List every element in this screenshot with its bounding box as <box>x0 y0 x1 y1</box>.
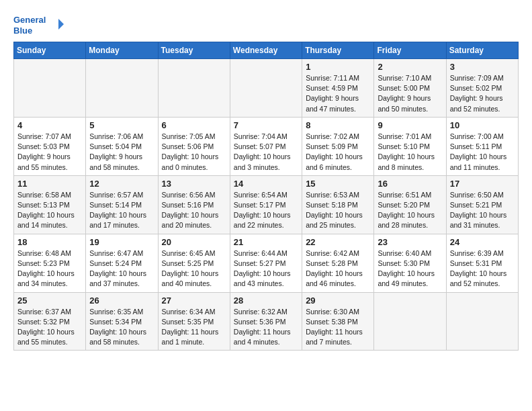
header-row: SundayMondayTuesdayWednesdayThursdayFrid… <box>14 42 519 59</box>
day-info: Sunrise: 6:35 AMSunset: 5:34 PMDaylight:… <box>89 307 154 348</box>
day-info-line: Daylight: 11 hours and 4 minutes. <box>234 328 291 346</box>
day-info: Sunrise: 6:32 AMSunset: 5:36 PMDaylight:… <box>234 307 298 348</box>
day-number: 23 <box>378 237 442 247</box>
day-info-line: Sunset: 5:14 PM <box>89 201 142 209</box>
day-info: Sunrise: 6:48 AMSunset: 5:23 PMDaylight:… <box>17 248 82 289</box>
day-info-line: Daylight: 10 hours and 11 minutes. <box>450 152 507 171</box>
day-info-line: Sunset: 5:13 PM <box>17 201 70 209</box>
day-info-line: Daylight: 10 hours and 25 minutes. <box>306 211 363 229</box>
day-info: Sunrise: 6:37 AMSunset: 5:32 PMDaylight:… <box>17 307 82 348</box>
day-info-line: Sunset: 4:59 PM <box>306 84 358 92</box>
day-cell: 11Sunrise: 6:58 AMSunset: 5:13 PMDayligh… <box>14 175 86 234</box>
day-cell: 23Sunrise: 6:40 AMSunset: 5:30 PMDayligh… <box>374 234 446 292</box>
day-info: Sunrise: 6:39 AMSunset: 5:31 PMDaylight:… <box>450 248 515 289</box>
day-info-line: Sunrise: 6:34 AM <box>162 308 216 316</box>
day-info-line: Sunset: 5:31 PM <box>450 259 502 267</box>
day-cell: 2Sunrise: 7:10 AMSunset: 5:00 PMDaylight… <box>374 59 446 118</box>
day-info-line: Sunrise: 7:09 AM <box>450 74 504 82</box>
day-cell: 10Sunrise: 7:00 AMSunset: 5:11 PMDayligh… <box>446 117 518 175</box>
day-info-line: Sunrise: 7:06 AM <box>89 132 143 140</box>
header-sunday: Sunday <box>14 42 86 59</box>
day-info-line: Daylight: 9 hours and 55 minutes. <box>17 152 71 171</box>
day-info-line: Sunrise: 6:56 AM <box>162 191 216 199</box>
day-number: 28 <box>234 295 298 306</box>
day-cell: 25Sunrise: 6:37 AMSunset: 5:32 PMDayligh… <box>14 292 86 351</box>
day-cell: 22Sunrise: 6:42 AMSunset: 5:28 PMDayligh… <box>302 234 374 292</box>
day-info-line: Daylight: 10 hours and 52 minutes. <box>450 269 507 287</box>
day-cell: 6Sunrise: 7:05 AMSunset: 5:06 PMDaylight… <box>158 117 230 175</box>
day-cell: 21Sunrise: 6:44 AMSunset: 5:27 PMDayligh… <box>230 234 302 292</box>
day-cell: 4Sunrise: 7:07 AMSunset: 5:03 PMDaylight… <box>14 117 86 175</box>
day-info-line: Sunrise: 7:02 AM <box>306 132 359 140</box>
day-info-line: Sunset: 5:10 PM <box>378 142 430 150</box>
day-info: Sunrise: 7:04 AMSunset: 5:07 PMDaylight:… <box>234 132 298 173</box>
day-info-line: Sunset: 5:38 PM <box>306 318 358 326</box>
day-info-line: Daylight: 10 hours and 0 minutes. <box>162 152 219 171</box>
logo: General Blue <box>13 11 67 38</box>
day-number: 6 <box>162 120 226 130</box>
day-info-line: Sunset: 5:23 PM <box>17 259 70 267</box>
day-info-line: Sunset: 5:00 PM <box>378 84 430 92</box>
day-number: 2 <box>378 62 442 72</box>
day-number: 13 <box>162 179 226 189</box>
day-info-line: Daylight: 10 hours and 43 minutes. <box>234 269 291 287</box>
day-number: 11 <box>17 179 82 189</box>
day-info-line: Sunrise: 7:10 AM <box>378 74 431 82</box>
day-info-line: Daylight: 9 hours and 52 minutes. <box>450 94 503 112</box>
day-info-line: Sunset: 5:30 PM <box>378 259 430 267</box>
day-info: Sunrise: 6:30 AMSunset: 5:38 PMDaylight:… <box>306 307 370 348</box>
day-info: Sunrise: 7:06 AMSunset: 5:04 PMDaylight:… <box>89 132 154 173</box>
week-row-4: 18Sunrise: 6:48 AMSunset: 5:23 PMDayligh… <box>14 234 519 292</box>
day-info-line: Daylight: 10 hours and 46 minutes. <box>306 269 363 287</box>
day-number: 15 <box>306 179 370 189</box>
day-info-line: Sunset: 5:34 PM <box>89 318 142 326</box>
day-cell: 7Sunrise: 7:04 AMSunset: 5:07 PMDaylight… <box>230 117 302 175</box>
day-info: Sunrise: 7:05 AMSunset: 5:06 PMDaylight:… <box>162 132 226 173</box>
day-cell: 19Sunrise: 6:47 AMSunset: 5:24 PMDayligh… <box>86 234 158 292</box>
week-row-3: 11Sunrise: 6:58 AMSunset: 5:13 PMDayligh… <box>14 175 519 234</box>
day-info-line: Sunset: 5:06 PM <box>162 142 214 150</box>
day-info-line: Sunrise: 6:32 AM <box>234 308 287 316</box>
day-info-line: Daylight: 10 hours and 20 minutes. <box>162 211 219 229</box>
day-cell: 12Sunrise: 6:57 AMSunset: 5:14 PMDayligh… <box>86 175 158 234</box>
day-info-line: Sunrise: 6:30 AM <box>306 308 359 316</box>
day-info: Sunrise: 6:51 AMSunset: 5:20 PMDaylight:… <box>378 190 442 231</box>
day-number: 7 <box>234 120 298 130</box>
day-cell: 28Sunrise: 6:32 AMSunset: 5:36 PMDayligh… <box>230 292 302 351</box>
day-info: Sunrise: 6:45 AMSunset: 5:25 PMDaylight:… <box>162 248 226 289</box>
day-number: 8 <box>306 120 370 130</box>
day-number: 14 <box>234 179 298 189</box>
day-number: 12 <box>89 179 154 189</box>
day-info-line: Daylight: 10 hours and 49 minutes. <box>378 269 435 287</box>
day-info: Sunrise: 7:11 AMSunset: 4:59 PMDaylight:… <box>306 73 370 114</box>
day-cell: 14Sunrise: 6:54 AMSunset: 5:17 PMDayligh… <box>230 175 302 234</box>
svg-marker-2 <box>58 19 64 30</box>
header-monday: Monday <box>86 42 158 59</box>
day-info-line: Sunset: 5:17 PM <box>234 201 286 209</box>
day-number: 27 <box>162 295 226 306</box>
top-section: General Blue <box>13 11 519 38</box>
day-info-line: Daylight: 10 hours and 40 minutes. <box>162 269 219 287</box>
day-info-line: Sunset: 5:32 PM <box>17 318 70 326</box>
day-cell: 8Sunrise: 7:02 AMSunset: 5:09 PMDaylight… <box>302 117 374 175</box>
day-info-line: Daylight: 10 hours and 17 minutes. <box>89 211 146 229</box>
day-number: 25 <box>17 295 82 306</box>
day-number: 26 <box>89 295 154 306</box>
day-number: 5 <box>89 120 154 130</box>
day-number: 10 <box>450 120 515 130</box>
day-cell <box>446 292 518 351</box>
week-row-1: 1Sunrise: 7:11 AMSunset: 4:59 PMDaylight… <box>14 59 519 118</box>
day-info-line: Sunrise: 6:42 AM <box>306 249 359 257</box>
day-info-line: Sunrise: 6:39 AM <box>450 249 504 257</box>
week-row-5: 25Sunrise: 6:37 AMSunset: 5:32 PMDayligh… <box>14 292 519 351</box>
day-cell <box>158 59 230 118</box>
day-info-line: Daylight: 10 hours and 37 minutes. <box>89 269 146 287</box>
day-info: Sunrise: 6:47 AMSunset: 5:24 PMDaylight:… <box>89 248 154 289</box>
day-number: 3 <box>450 62 515 72</box>
day-info-line: Sunrise: 6:54 AM <box>234 191 287 199</box>
header-friday: Friday <box>374 42 446 59</box>
day-info: Sunrise: 7:01 AMSunset: 5:10 PMDaylight:… <box>378 132 442 173</box>
day-info-line: Sunset: 5:21 PM <box>450 201 502 209</box>
day-info: Sunrise: 6:56 AMSunset: 5:16 PMDaylight:… <box>162 190 226 231</box>
day-cell <box>14 59 86 118</box>
